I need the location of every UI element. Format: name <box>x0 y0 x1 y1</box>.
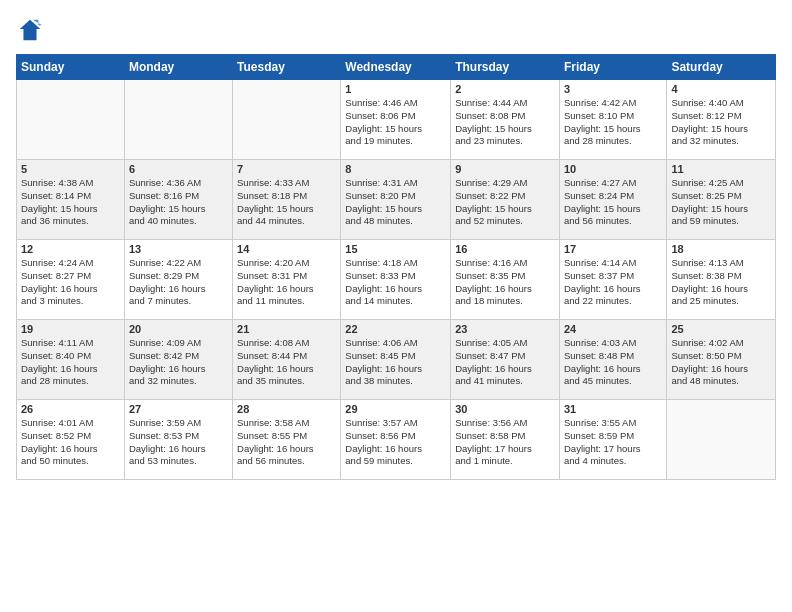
calendar-cell: 16Sunrise: 4:16 AM Sunset: 8:35 PM Dayli… <box>451 240 560 320</box>
day-info: Sunrise: 4:16 AM Sunset: 8:35 PM Dayligh… <box>455 257 555 308</box>
header <box>16 16 776 44</box>
calendar-cell: 2Sunrise: 4:44 AM Sunset: 8:08 PM Daylig… <box>451 80 560 160</box>
day-number: 23 <box>455 323 555 335</box>
day-number: 13 <box>129 243 228 255</box>
day-number: 30 <box>455 403 555 415</box>
day-info: Sunrise: 3:56 AM Sunset: 8:58 PM Dayligh… <box>455 417 555 468</box>
calendar-cell: 25Sunrise: 4:02 AM Sunset: 8:50 PM Dayli… <box>667 320 776 400</box>
day-number: 11 <box>671 163 771 175</box>
day-number: 26 <box>21 403 120 415</box>
calendar-cell: 24Sunrise: 4:03 AM Sunset: 8:48 PM Dayli… <box>559 320 666 400</box>
day-info: Sunrise: 4:14 AM Sunset: 8:37 PM Dayligh… <box>564 257 662 308</box>
day-info: Sunrise: 4:31 AM Sunset: 8:20 PM Dayligh… <box>345 177 446 228</box>
day-info: Sunrise: 4:03 AM Sunset: 8:48 PM Dayligh… <box>564 337 662 388</box>
header-sunday: Sunday <box>17 55 125 80</box>
header-friday: Friday <box>559 55 666 80</box>
day-info: Sunrise: 4:36 AM Sunset: 8:16 PM Dayligh… <box>129 177 228 228</box>
calendar-cell: 20Sunrise: 4:09 AM Sunset: 8:42 PM Dayli… <box>124 320 232 400</box>
week-row-2: 5Sunrise: 4:38 AM Sunset: 8:14 PM Daylig… <box>17 160 776 240</box>
day-number: 15 <box>345 243 446 255</box>
svg-marker-0 <box>20 20 41 41</box>
day-number: 27 <box>129 403 228 415</box>
day-info: Sunrise: 3:57 AM Sunset: 8:56 PM Dayligh… <box>345 417 446 468</box>
logo-icon <box>16 16 44 44</box>
day-number: 2 <box>455 83 555 95</box>
calendar: Sunday Monday Tuesday Wednesday Thursday… <box>16 54 776 480</box>
calendar-cell: 21Sunrise: 4:08 AM Sunset: 8:44 PM Dayli… <box>233 320 341 400</box>
day-number: 9 <box>455 163 555 175</box>
calendar-cell: 28Sunrise: 3:58 AM Sunset: 8:55 PM Dayli… <box>233 400 341 480</box>
day-info: Sunrise: 4:46 AM Sunset: 8:06 PM Dayligh… <box>345 97 446 148</box>
days-header-row: Sunday Monday Tuesday Wednesday Thursday… <box>17 55 776 80</box>
day-number: 28 <box>237 403 336 415</box>
calendar-cell: 23Sunrise: 4:05 AM Sunset: 8:47 PM Dayli… <box>451 320 560 400</box>
header-thursday: Thursday <box>451 55 560 80</box>
day-number: 8 <box>345 163 446 175</box>
day-number: 22 <box>345 323 446 335</box>
header-tuesday: Tuesday <box>233 55 341 80</box>
week-row-3: 12Sunrise: 4:24 AM Sunset: 8:27 PM Dayli… <box>17 240 776 320</box>
calendar-cell: 9Sunrise: 4:29 AM Sunset: 8:22 PM Daylig… <box>451 160 560 240</box>
day-number: 29 <box>345 403 446 415</box>
calendar-cell: 12Sunrise: 4:24 AM Sunset: 8:27 PM Dayli… <box>17 240 125 320</box>
day-info: Sunrise: 3:55 AM Sunset: 8:59 PM Dayligh… <box>564 417 662 468</box>
week-row-4: 19Sunrise: 4:11 AM Sunset: 8:40 PM Dayli… <box>17 320 776 400</box>
day-info: Sunrise: 4:13 AM Sunset: 8:38 PM Dayligh… <box>671 257 771 308</box>
calendar-cell: 1Sunrise: 4:46 AM Sunset: 8:06 PM Daylig… <box>341 80 451 160</box>
calendar-cell <box>667 400 776 480</box>
calendar-cell: 27Sunrise: 3:59 AM Sunset: 8:53 PM Dayli… <box>124 400 232 480</box>
calendar-cell: 29Sunrise: 3:57 AM Sunset: 8:56 PM Dayli… <box>341 400 451 480</box>
day-info: Sunrise: 4:01 AM Sunset: 8:52 PM Dayligh… <box>21 417 120 468</box>
day-number: 10 <box>564 163 662 175</box>
calendar-cell: 13Sunrise: 4:22 AM Sunset: 8:29 PM Dayli… <box>124 240 232 320</box>
day-info: Sunrise: 4:22 AM Sunset: 8:29 PM Dayligh… <box>129 257 228 308</box>
day-info: Sunrise: 4:25 AM Sunset: 8:25 PM Dayligh… <box>671 177 771 228</box>
day-info: Sunrise: 4:27 AM Sunset: 8:24 PM Dayligh… <box>564 177 662 228</box>
calendar-cell: 5Sunrise: 4:38 AM Sunset: 8:14 PM Daylig… <box>17 160 125 240</box>
week-row-5: 26Sunrise: 4:01 AM Sunset: 8:52 PM Dayli… <box>17 400 776 480</box>
day-info: Sunrise: 4:33 AM Sunset: 8:18 PM Dayligh… <box>237 177 336 228</box>
calendar-cell: 22Sunrise: 4:06 AM Sunset: 8:45 PM Dayli… <box>341 320 451 400</box>
day-number: 4 <box>671 83 771 95</box>
day-info: Sunrise: 4:02 AM Sunset: 8:50 PM Dayligh… <box>671 337 771 388</box>
day-info: Sunrise: 4:42 AM Sunset: 8:10 PM Dayligh… <box>564 97 662 148</box>
day-number: 18 <box>671 243 771 255</box>
day-info: Sunrise: 4:29 AM Sunset: 8:22 PM Dayligh… <box>455 177 555 228</box>
day-number: 20 <box>129 323 228 335</box>
page: Sunday Monday Tuesday Wednesday Thursday… <box>0 0 792 612</box>
day-info: Sunrise: 4:06 AM Sunset: 8:45 PM Dayligh… <box>345 337 446 388</box>
calendar-cell <box>124 80 232 160</box>
day-info: Sunrise: 4:05 AM Sunset: 8:47 PM Dayligh… <box>455 337 555 388</box>
day-number: 21 <box>237 323 336 335</box>
calendar-cell: 19Sunrise: 4:11 AM Sunset: 8:40 PM Dayli… <box>17 320 125 400</box>
day-number: 7 <box>237 163 336 175</box>
calendar-cell: 15Sunrise: 4:18 AM Sunset: 8:33 PM Dayli… <box>341 240 451 320</box>
day-number: 25 <box>671 323 771 335</box>
calendar-cell: 4Sunrise: 4:40 AM Sunset: 8:12 PM Daylig… <box>667 80 776 160</box>
day-info: Sunrise: 3:59 AM Sunset: 8:53 PM Dayligh… <box>129 417 228 468</box>
calendar-cell: 3Sunrise: 4:42 AM Sunset: 8:10 PM Daylig… <box>559 80 666 160</box>
calendar-cell: 11Sunrise: 4:25 AM Sunset: 8:25 PM Dayli… <box>667 160 776 240</box>
day-info: Sunrise: 4:44 AM Sunset: 8:08 PM Dayligh… <box>455 97 555 148</box>
calendar-cell: 30Sunrise: 3:56 AM Sunset: 8:58 PM Dayli… <box>451 400 560 480</box>
day-number: 1 <box>345 83 446 95</box>
calendar-cell: 14Sunrise: 4:20 AM Sunset: 8:31 PM Dayli… <box>233 240 341 320</box>
day-info: Sunrise: 4:38 AM Sunset: 8:14 PM Dayligh… <box>21 177 120 228</box>
day-info: Sunrise: 4:24 AM Sunset: 8:27 PM Dayligh… <box>21 257 120 308</box>
day-info: Sunrise: 4:40 AM Sunset: 8:12 PM Dayligh… <box>671 97 771 148</box>
logo <box>16 16 48 44</box>
calendar-cell: 18Sunrise: 4:13 AM Sunset: 8:38 PM Dayli… <box>667 240 776 320</box>
day-number: 19 <box>21 323 120 335</box>
calendar-cell: 7Sunrise: 4:33 AM Sunset: 8:18 PM Daylig… <box>233 160 341 240</box>
day-number: 14 <box>237 243 336 255</box>
day-info: Sunrise: 4:20 AM Sunset: 8:31 PM Dayligh… <box>237 257 336 308</box>
calendar-cell: 6Sunrise: 4:36 AM Sunset: 8:16 PM Daylig… <box>124 160 232 240</box>
day-number: 5 <box>21 163 120 175</box>
day-number: 3 <box>564 83 662 95</box>
week-row-1: 1Sunrise: 4:46 AM Sunset: 8:06 PM Daylig… <box>17 80 776 160</box>
day-number: 31 <box>564 403 662 415</box>
day-number: 6 <box>129 163 228 175</box>
calendar-cell: 26Sunrise: 4:01 AM Sunset: 8:52 PM Dayli… <box>17 400 125 480</box>
calendar-cell: 8Sunrise: 4:31 AM Sunset: 8:20 PM Daylig… <box>341 160 451 240</box>
header-saturday: Saturday <box>667 55 776 80</box>
